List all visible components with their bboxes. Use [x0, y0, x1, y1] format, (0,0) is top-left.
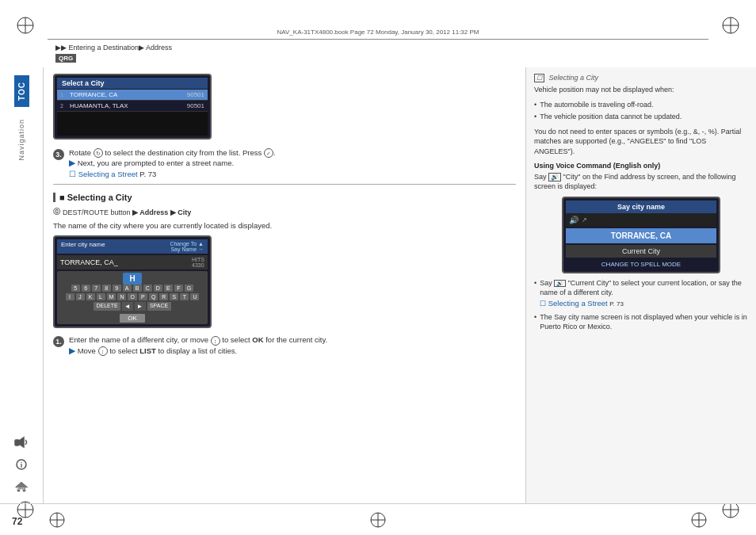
left-column: Select a City 1 TORRANCE, CA 90501 2 HUA…	[44, 67, 526, 503]
sidebar-icons: i Home	[11, 434, 32, 495]
spaces-note: You do not need to enter spaces or symbo…	[534, 127, 748, 157]
breadcrumb: ▶▶ Entering a Destination▶ Address	[55, 44, 172, 52]
ec-title-bar: Enter city name Change To ▲ Say Name →	[57, 239, 208, 254]
select-city-screen-container: Select a City 1 TORRANCE, CA 90501 2 HUA…	[53, 74, 516, 139]
enter-city-screen-container: Enter city name Change To ▲ Say Name → T…	[53, 235, 516, 328]
step-3-number: 3.	[53, 149, 64, 160]
change-to-spell-mode[interactable]: CHANGE TO SPELL MODE	[566, 259, 716, 269]
bottom-circle-center	[368, 510, 388, 529]
step-3-block: 3. Rotate ↻ to select the destination ci…	[53, 147, 516, 179]
step-1-block: 1. Enter the name of a different city, o…	[53, 334, 516, 356]
screen-title: Select a City	[57, 78, 208, 89]
select-city-screen: Select a City 1 TORRANCE, CA 90501 2 HUA…	[53, 74, 212, 139]
voice-heading: Using Voice Command (English only)	[534, 162, 748, 170]
home-sidebar-icon[interactable]: Home	[11, 478, 32, 495]
vehicle-pos-note: Vehicle position may not be displayed wh…	[534, 85, 748, 95]
voice-note: Say 🔊 "City" on the Find address by scre…	[534, 172, 748, 192]
dest-route-line: ⓪ DEST/ROUTE button ▶ Address ▶ City	[53, 207, 516, 217]
voice-sidebar-icon[interactable]	[11, 434, 32, 451]
bullet-puerto-rico: • The Say city name screen is not displa…	[534, 312, 748, 332]
bullet-current-city: • Say 🔊 "Current City" to select your cu…	[534, 278, 748, 309]
right-column: ☐ Selecting a City Vehicle position may …	[526, 67, 756, 503]
bullet-offroad: • The automobile is traveling off-road.	[534, 100, 748, 110]
say-city-screen: Say city name 🔊 ↗ TORRANCE, CA Current C…	[562, 197, 720, 273]
toc-button[interactable]: TOC	[14, 75, 29, 107]
file-info-bar: NAV_KA-31TX4800.book Page 72 Monday, Jan…	[48, 25, 708, 40]
main-content: Select a City 1 TORRANCE, CA 90501 2 HUA…	[44, 67, 756, 503]
ec-keyboard: H 5 6 7 8 9 A B C D E F	[57, 271, 208, 324]
keyboard-row-1: 5 6 7 8 9 A B C D E F G	[59, 285, 205, 292]
ec-input-row: TORRANCE, CA_ HITS4330	[57, 255, 208, 269]
description-text: The name of the city where you are curre…	[53, 220, 516, 231]
svg-text:i: i	[21, 461, 23, 469]
mic-row: 🔊 ↗	[566, 213, 716, 227]
screen-row-2: 2 HUAMANTLA, TLAX 90501	[57, 101, 208, 112]
corner-mark-tr	[720, 14, 742, 36]
left-sidebar: TOC Navigation i Home	[0, 67, 44, 503]
right-col-link[interactable]: Selecting a Street	[548, 299, 608, 308]
step-1-number: 1.	[53, 336, 64, 347]
enter-city-screen: Enter city name Change To ▲ Say Name → T…	[53, 235, 212, 328]
nav-label: Navigation	[17, 119, 25, 161]
step-3-text: Rotate ↻ to select the destination city …	[69, 147, 516, 179]
step-1-text: Enter the name of a different city, or m…	[69, 334, 516, 356]
qrg-badge: QRG	[55, 54, 76, 63]
bottom-circle-left	[48, 510, 67, 529]
corner-mark-tl	[14, 14, 36, 36]
keyboard-row-2: I J K L M N O P Q R S T U	[59, 293, 205, 300]
h-key[interactable]: H	[123, 273, 141, 285]
mic-icon: 🔊	[569, 216, 578, 224]
section-heading: ■ Selecting a City	[53, 193, 516, 202]
city-display: TORRANCE, CA	[566, 228, 716, 243]
right-screen-note: ☐ Selecting a City	[534, 74, 748, 82]
bullet-position: • The vehicle position data cannot be up…	[534, 112, 748, 122]
current-city-btn[interactable]: Current City	[566, 245, 716, 258]
say-city-title: Say city name	[566, 201, 716, 213]
info-sidebar-icon[interactable]: i	[11, 456, 32, 473]
screen-row-1: 1 TORRANCE, CA 90501	[57, 90, 208, 101]
svg-text:Home: Home	[15, 486, 29, 491]
bottom-bar	[0, 503, 756, 535]
ok-key[interactable]: OK	[120, 314, 145, 323]
step3-link[interactable]: Selecting a Street	[78, 170, 138, 178]
keyboard-row-3: DELETE ◄ ► SPACE	[59, 302, 205, 311]
bottom-circle-right	[689, 510, 708, 529]
file-info-text: NAV_KA-31TX4800.book Page 72 Monday, Jan…	[48, 29, 708, 36]
